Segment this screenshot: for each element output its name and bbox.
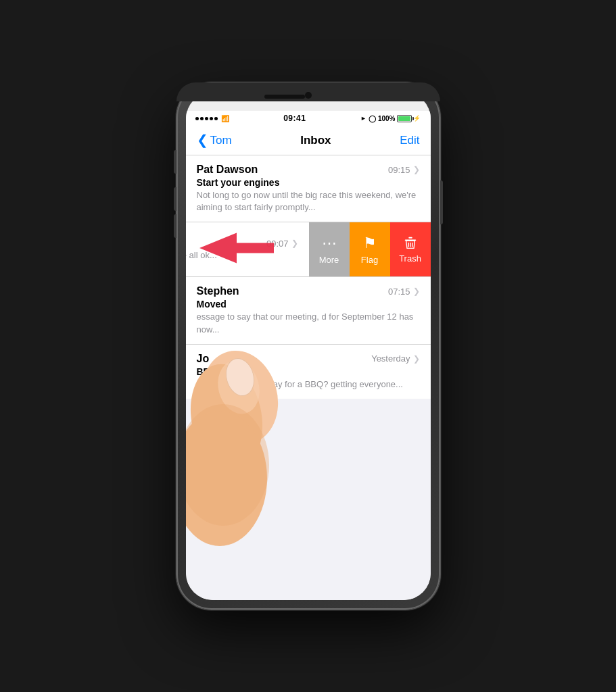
email-preview: Not long to go now until the big race th… [197, 189, 420, 214]
trash-icon [403, 236, 418, 251]
email-sender: Pat Dawson [197, 164, 258, 176]
email-preview-3: essage to say that our meeting, d for Se… [197, 311, 420, 335]
phone-device: 📶 09:41 ► ◯ 100% ⚡ [176, 82, 440, 610]
flag-icon: ⚑ [363, 234, 377, 252]
email-subject: Start your engines [197, 177, 420, 188]
battery-indicator: ⚡ [397, 115, 421, 122]
svg-point-8 [186, 411, 267, 546]
inbox-title: Inbox [300, 134, 331, 147]
signal-dot [214, 117, 218, 120]
signal-dot [205, 117, 208, 120]
signal-dots [195, 117, 218, 120]
signal-dot [210, 117, 213, 120]
more-label: More [319, 255, 339, 265]
email-row-content: Pat Dawson 09:15 ❯ Start your engines No… [186, 155, 431, 222]
email-header-4: Jo Yesterday ❯ [197, 353, 420, 365]
status-right: ► ◯ 100% ⚡ [360, 115, 421, 122]
email-time-2: 09:07 [266, 239, 289, 249]
status-time: 09:41 [283, 114, 306, 123]
chevron-icon-2: ❯ [291, 239, 298, 249]
swipe-actions: ⋯ More ⚑ Flag [309, 222, 431, 276]
wifi-icon: 📶 [221, 115, 229, 122]
email-row-3[interactable]: Stephen 07:15 ❯ Moved essage to say that… [186, 277, 431, 344]
battery-percent: 100% [378, 115, 396, 122]
email-preview-4: Hi th next Wednesday for a BBQ? getting … [197, 378, 420, 391]
status-left: 📶 [195, 115, 229, 122]
email-header-3: Stephen 07:15 ❯ [197, 285, 420, 297]
email-row-content-4: Jo Yesterday ❯ BBQ Hi th next Wednesday … [186, 345, 431, 399]
battery-fill [398, 116, 410, 121]
more-action-button[interactable]: ⋯ More [309, 222, 350, 276]
chevron-icon-3: ❯ [413, 287, 420, 296]
shifted-email-content: 09:07 ❯ tim just wanted to make sure all… [186, 222, 309, 276]
email-sender-4: Jo [197, 353, 210, 365]
lightning-icon: ⚡ [413, 115, 421, 122]
email-row-content-3: Stephen 07:15 ❯ Moved essage to say that… [186, 277, 431, 343]
chevron-icon: ❯ [413, 165, 420, 174]
svg-point-11 [186, 404, 269, 526]
navigation-bar: ❮ Tom Inbox Edit [186, 126, 431, 155]
email-preview-2: tim just wanted to make sure all ok... [186, 250, 217, 260]
email-time-4: Yesterday ❯ [371, 353, 419, 364]
more-dots-icon: ⋯ [322, 234, 337, 252]
email-time-3: 07:15 ❯ [388, 287, 420, 297]
status-bar: 📶 09:41 ► ◯ 100% ⚡ [186, 111, 431, 126]
edit-button[interactable]: Edit [400, 134, 419, 147]
screen-content: 📶 09:41 ► ◯ 100% ⚡ [186, 111, 431, 600]
email-row-4[interactable]: Jo Yesterday ❯ BBQ Hi th next Wednesday … [186, 345, 431, 399]
flag-action-button[interactable]: ⚑ Flag [350, 222, 390, 276]
email-list: Pat Dawson 09:15 ❯ Start your engines No… [186, 155, 431, 399]
email-time: 09:15 ❯ [388, 165, 420, 175]
phone-camera [305, 92, 312, 99]
swipe-email-row[interactable]: 09:07 ❯ tim just wanted to make sure all… [186, 222, 431, 277]
chevron-icon-4: ❯ [413, 354, 420, 364]
email-subject-4: BBQ [197, 366, 420, 377]
email-row[interactable]: Pat Dawson 09:15 ❯ Start your engines No… [186, 155, 431, 222]
trash-action-button[interactable]: Trash [390, 222, 431, 276]
email-subject-3: Moved [197, 299, 420, 310]
back-label: Tom [210, 134, 232, 147]
flag-label: Flag [361, 255, 378, 265]
email-header: Pat Dawson 09:15 ❯ [197, 164, 420, 176]
back-arrow-icon: ❮ [197, 133, 208, 147]
battery-box [397, 115, 412, 122]
signal-dot [195, 117, 199, 120]
phone-top-bar [176, 82, 440, 101]
back-button[interactable]: ❮ Tom [197, 134, 232, 147]
location-icon: ► [360, 115, 366, 122]
bluetooth-icon: ◯ [369, 115, 376, 122]
phone-screen: 📶 09:41 ► ◯ 100% ⚡ [186, 92, 431, 600]
trash-label: Trash [399, 253, 421, 264]
phone-speaker [264, 95, 305, 99]
svg-rect-1 [408, 237, 412, 239]
email-sender-3: Stephen [197, 285, 239, 297]
signal-dot [200, 117, 204, 120]
